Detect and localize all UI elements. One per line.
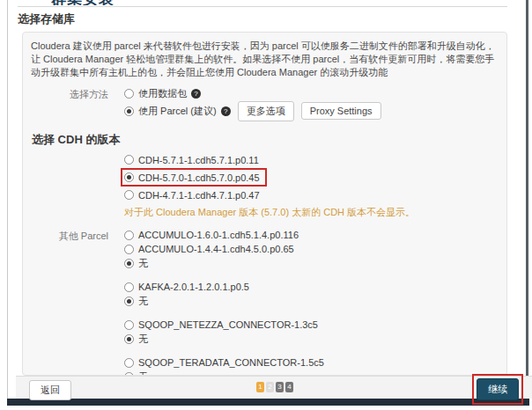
repository-panel: Cloudera 建议使用 parcel 来代替软件包进行安装，因为 parce… bbox=[22, 32, 507, 376]
radio-label: 使用数据包 bbox=[138, 87, 187, 100]
radio-label: CDH-5.7.0-1.cdh5.7.0.p0.45 bbox=[138, 172, 260, 183]
page-content: 群集安装 选择存储库 Cloudera 建议使用 parcel 来代替软件包进行… bbox=[8, 0, 526, 399]
radio-accumulo-none[interactable]: 无 bbox=[124, 256, 324, 270]
help-icon[interactable]: ? bbox=[221, 106, 231, 116]
radio-icon[interactable] bbox=[124, 259, 134, 268]
radio-label: SQOOP_NETEZZA_CONNECTOR-1.3c5 bbox=[138, 319, 318, 330]
radio-label: 使用 Parcel (建议) bbox=[138, 105, 217, 118]
radio-icon[interactable] bbox=[124, 320, 134, 330]
radio-label: 无 bbox=[138, 295, 148, 308]
radio-cdh-471[interactable]: CDH-4.7.1-1.cdh4.7.1.p0.47 bbox=[124, 187, 415, 202]
radio-icon[interactable] bbox=[124, 358, 134, 368]
other-parcel-label: 其他 Parcel bbox=[31, 228, 108, 376]
wizard-footer: 返回 1 2 3 4 继续 bbox=[16, 376, 532, 399]
radio-cdh-570[interactable]: CDH-5.7.0-1.cdh5.7.0.p0.45 bbox=[124, 170, 260, 185]
help-icon[interactable]: ? bbox=[191, 89, 201, 99]
other-parcel-row: 其他 Parcel ACCUMULO-1.6.0-1.cdh5.1.4.p0.1… bbox=[31, 228, 498, 376]
radio-netezza-none[interactable]: 无 bbox=[124, 332, 324, 346]
cloudera-parcel-wizard: 群集安装 选择存储库 Cloudera 建议使用 parcel 来代替软件包进行… bbox=[0, 0, 532, 410]
radio-teradata-none[interactable]: 无 bbox=[124, 370, 324, 376]
radio-label: CDH-4.7.1-1.cdh4.7.1.p0.47 bbox=[138, 190, 260, 201]
window-right-edge[interactable] bbox=[526, 0, 528, 406]
method-row: 选择方法 使用数据包 ? 使用 Parcel (建议) ? 更多选项 Proxy… bbox=[31, 86, 498, 121]
clipped-page-title: 群集安装 bbox=[51, 0, 157, 5]
radio-icon[interactable] bbox=[124, 106, 134, 116]
parcel-group-accumulo: ACCUMULO-1.6.0-1.cdh5.1.4.p0.116 ACCUMUL… bbox=[124, 228, 324, 270]
radio-icon[interactable] bbox=[124, 334, 134, 344]
method-label: 选择方法 bbox=[31, 86, 108, 121]
radio-icon[interactable] bbox=[124, 155, 134, 165]
radio-accumulo-160[interactable]: ACCUMULO-1.6.0-1.cdh5.1.4.p0.116 bbox=[124, 228, 324, 242]
radio-kafka[interactable]: KAFKA-2.0.1-1.2.0.1.p0.5 bbox=[124, 280, 324, 294]
step-4[interactable]: 4 bbox=[285, 382, 293, 392]
section-title: 选择存储库 bbox=[18, 11, 75, 27]
radio-label: SQOOP_TERADATA_CONNECTOR-1.5c5 bbox=[138, 357, 324, 368]
title-divider bbox=[18, 6, 507, 7]
red-highlight-box: 继续 bbox=[472, 374, 523, 405]
radio-kafka-none[interactable]: 无 bbox=[124, 294, 324, 308]
parcel-group-teradata: SQOOP_TERADATA_CONNECTOR-1.5c5 无 bbox=[124, 355, 324, 376]
radio-icon[interactable] bbox=[124, 172, 134, 182]
radio-netezza[interactable]: SQOOP_NETEZZA_CONNECTOR-1.3c5 bbox=[124, 318, 324, 332]
intro-text: Cloudera 建议使用 parcel 来代替软件包进行安装，因为 parce… bbox=[31, 40, 498, 79]
radio-icon[interactable] bbox=[124, 245, 134, 254]
radio-label: ACCUMULO-1.4.4-1.cdh4.5.0.p0.65 bbox=[138, 244, 294, 254]
radio-label: ACCUMULO-1.6.0-1.cdh5.1.4.p0.116 bbox=[138, 230, 299, 240]
radio-label: 无 bbox=[138, 257, 148, 270]
radio-icon[interactable] bbox=[124, 190, 134, 200]
page-title: 群集安装 bbox=[51, 0, 157, 5]
step-indicator: 1 2 3 4 bbox=[256, 382, 293, 392]
radio-icon[interactable] bbox=[124, 282, 134, 292]
radio-icon[interactable] bbox=[124, 231, 134, 240]
proxy-settings-button[interactable]: Proxy Settings bbox=[301, 102, 381, 120]
radio-icon[interactable] bbox=[124, 89, 134, 99]
radio-use-packages[interactable]: 使用数据包 ? bbox=[124, 86, 381, 100]
radio-label: 无 bbox=[138, 333, 148, 346]
radio-teradata[interactable]: SQOOP_TERADATA_CONNECTOR-1.5c5 bbox=[124, 355, 324, 370]
more-options-button[interactable]: 更多选项 bbox=[238, 101, 294, 121]
radio-label: KAFKA-2.0.1-1.2.0.1.p0.5 bbox=[138, 282, 249, 292]
step-2[interactable]: 2 bbox=[266, 382, 274, 392]
window-bottom-bar[interactable] bbox=[7, 399, 529, 406]
cdh-row: CDH-5.7.1-1.cdh5.7.1.p0.11 CDH-5.7.0-1.c… bbox=[31, 148, 498, 226]
cdh-version-note: 对于此 Cloudera Manager 版本 (5.7.0) 太新的 CDH … bbox=[124, 206, 415, 219]
parcel-group-netezza: SQOOP_NETEZZA_CONNECTOR-1.3c5 无 bbox=[124, 318, 324, 346]
step-1[interactable]: 1 bbox=[256, 382, 264, 392]
radio-cdh-571[interactable]: CDH-5.7.1-1.cdh5.7.1.p0.11 bbox=[124, 152, 415, 167]
radio-use-parcel[interactable]: 使用 Parcel (建议) ? 更多选项 Proxy Settings bbox=[124, 100, 381, 121]
step-3[interactable]: 3 bbox=[276, 382, 284, 392]
cdh-version-heading: 选择 CDH 的版本 bbox=[32, 132, 498, 148]
radio-accumulo-144[interactable]: ACCUMULO-1.4.4-1.cdh4.5.0.p0.65 bbox=[124, 242, 324, 256]
red-highlight-box: CDH-5.7.0-1.cdh5.7.0.p0.45 bbox=[121, 168, 267, 187]
parcel-group-kafka: KAFKA-2.0.1-1.2.0.1.p0.5 无 bbox=[124, 280, 324, 308]
radio-icon[interactable] bbox=[124, 297, 134, 306]
radio-label: CDH-5.7.1-1.cdh5.7.1.p0.11 bbox=[138, 155, 259, 165]
continue-button[interactable]: 继续 bbox=[477, 378, 519, 400]
back-button[interactable]: 返回 bbox=[29, 380, 71, 400]
